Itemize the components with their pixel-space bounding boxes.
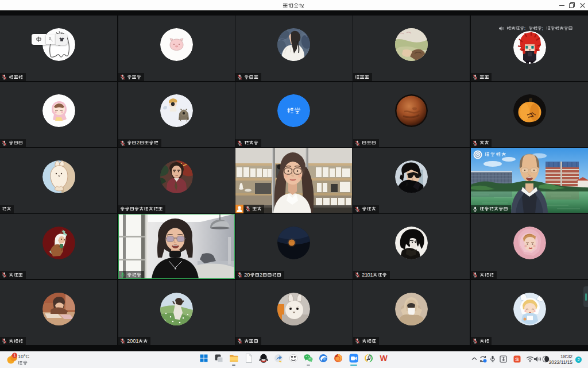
svg-text:W: W xyxy=(380,354,388,363)
svg-text:;: ; xyxy=(541,25,543,31)
svg-text:1: 1 xyxy=(370,272,373,278)
svg-text:1: 1 xyxy=(136,338,138,344)
svg-text:2: 2 xyxy=(260,272,262,278)
svg-text:S: S xyxy=(515,356,519,362)
svg-text:1: 1 xyxy=(14,353,16,357)
svg-text:2: 2 xyxy=(136,140,139,145)
svg-text::: : xyxy=(524,25,526,31)
svg-text:0: 0 xyxy=(247,272,250,278)
